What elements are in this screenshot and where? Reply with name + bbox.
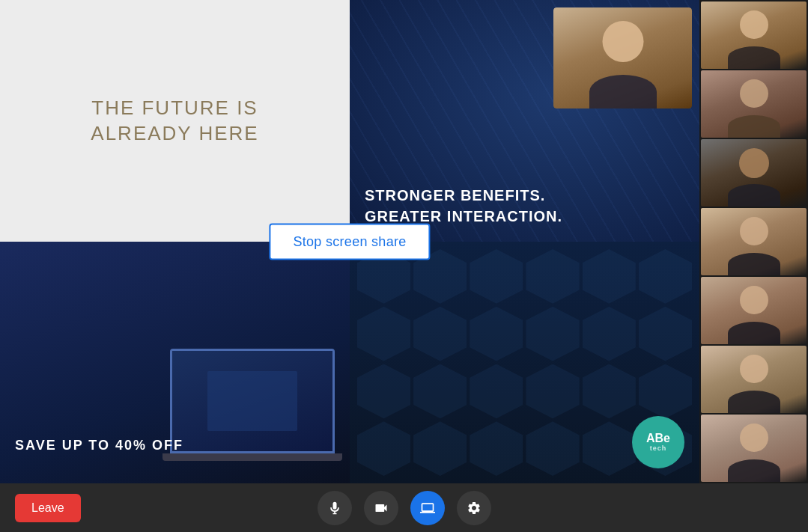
- participant-tile[interactable]: [701, 70, 807, 138]
- participant-tile[interactable]: [701, 1, 807, 69]
- screen-share-icon: [420, 501, 435, 516]
- camera-icon: [374, 501, 389, 516]
- slide-bottom-left: SAVE UP TO 40% OFF: [0, 242, 350, 483]
- slide-discount-text: SAVE UP TO 40% OFF: [15, 438, 183, 453]
- microphone-button[interactable]: [318, 491, 352, 525]
- participant-sidebar: [699, 0, 808, 483]
- settings-icon: [467, 501, 482, 516]
- camera-button[interactable]: [364, 491, 398, 525]
- company-logo-badge: ABe tech: [632, 416, 684, 468]
- leave-button[interactable]: Leave: [15, 494, 81, 522]
- participant-tile[interactable]: [701, 208, 807, 275]
- logo-text-secondary: tech: [650, 444, 667, 452]
- screen-share-area: THE FUTURE IS ALREADY HERE STRONGER BENE…: [0, 0, 699, 483]
- slide-top-right: STRONGER BENEFITS.GREATER INTERACTION.: [350, 0, 699, 242]
- participant-tile[interactable]: [701, 139, 807, 207]
- settings-button[interactable]: [457, 491, 491, 525]
- screen-share-button[interactable]: [410, 491, 445, 525]
- slide-headline: THE FUTURE IS ALREADY HERE: [91, 96, 258, 147]
- logo-text-primary: ABe: [646, 432, 670, 444]
- participant-tile[interactable]: [701, 415, 807, 482]
- bottom-toolbar: Leave: [0, 483, 808, 532]
- participant-tile[interactable]: [701, 277, 807, 344]
- participant-tile[interactable]: [701, 346, 807, 413]
- main-content-area: THE FUTURE IS ALREADY HERE STRONGER BENE…: [0, 0, 808, 483]
- slide-top-left: THE FUTURE IS ALREADY HERE: [0, 0, 350, 242]
- stop-share-overlay: Stop screen share: [269, 224, 430, 260]
- slide-bottom-right: ABe tech: [350, 242, 699, 483]
- stop-screen-share-button[interactable]: Stop screen share: [269, 224, 430, 260]
- slide-benefits-text: STRONGER BENEFITS.GREATER INTERACTION.: [365, 185, 562, 227]
- microphone-icon: [327, 501, 342, 516]
